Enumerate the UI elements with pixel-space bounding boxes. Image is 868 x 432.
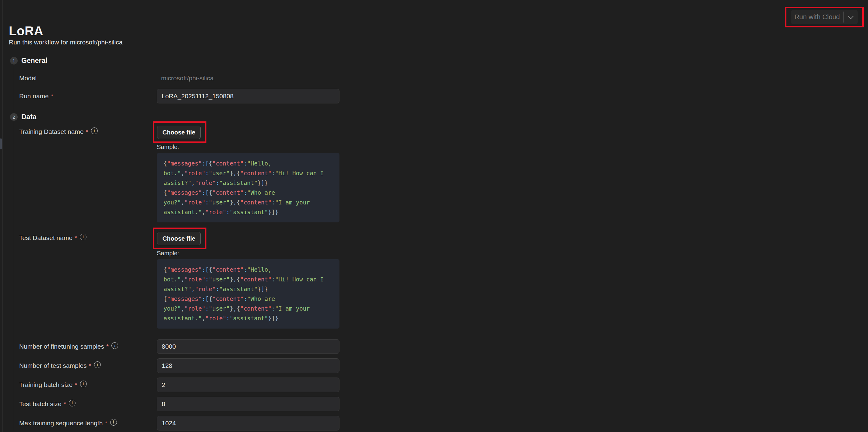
max-training-sequence-length-input[interactable] xyxy=(157,416,339,430)
required-marker: * xyxy=(106,343,109,350)
max-training-sequence-length-label: Max training sequence length*i xyxy=(19,420,157,427)
model-value: microsoft/phi-silica xyxy=(157,74,339,82)
test-samples-label: Number of test samples*i xyxy=(19,362,157,369)
run-name-input[interactable] xyxy=(157,89,339,103)
info-icon[interactable]: i xyxy=(80,234,87,240)
required-marker: * xyxy=(64,400,66,407)
training-batch-size-label: Training batch size*i xyxy=(19,381,157,389)
info-icon[interactable]: i xyxy=(94,361,101,368)
required-marker: * xyxy=(51,93,53,99)
step-badge-2: 2 xyxy=(10,113,18,121)
page-title: LoRA xyxy=(9,24,43,38)
training-choose-file-button[interactable]: Choose file xyxy=(157,126,200,139)
stepper-connector-line xyxy=(14,122,14,431)
page-subtitle: Run this workflow for microsoft/phi-sili… xyxy=(9,39,122,46)
required-marker: * xyxy=(74,381,77,388)
info-icon[interactable]: i xyxy=(112,342,118,349)
training-dataset-control: Choose file Sample: {"messages":[{"conte… xyxy=(157,122,339,222)
annotation-box-training-choose-file: Choose file xyxy=(153,122,207,143)
info-icon[interactable]: i xyxy=(110,419,117,426)
training-sample-code-block: {"messages":[{"content":"Hello,bot.","ro… xyxy=(157,153,339,222)
model-label: Model xyxy=(19,74,157,82)
finetuning-samples-row: Number of finetuning samples*i xyxy=(19,339,351,354)
panel-edge-divider xyxy=(2,0,3,432)
test-batch-size-input[interactable] xyxy=(157,397,339,411)
test-batch-size-label: Test batch size*i xyxy=(19,400,157,408)
stepper-connector-line xyxy=(14,66,14,113)
data-parameters: Number of finetuning samples*i Number of… xyxy=(10,339,351,430)
required-marker: * xyxy=(86,128,88,135)
training-dataset-label: Training Dataset name*i xyxy=(19,122,157,135)
section-title-data: Data xyxy=(21,113,36,121)
training-dataset-row: Training Dataset name*i Choose file Samp… xyxy=(19,122,351,222)
test-dataset-control: Choose file Sample: {"messages":[{"conte… xyxy=(157,228,339,329)
test-sample-label: Sample: xyxy=(157,250,339,257)
section-data: 2 Data Training Dataset name*i Choose fi… xyxy=(10,113,351,432)
run-options-dropdown-button[interactable] xyxy=(844,10,858,24)
info-icon[interactable]: i xyxy=(69,400,75,406)
section-general: 1 General Model microsoft/phi-silica Run… xyxy=(10,57,351,103)
test-samples-row: Number of test samples*i xyxy=(19,358,351,373)
test-samples-input[interactable] xyxy=(157,358,339,373)
run-with-cloud-split-button[interactable]: Run with Cloud xyxy=(791,10,858,24)
info-icon[interactable]: i xyxy=(91,128,98,134)
run-with-cloud-button[interactable]: Run with Cloud xyxy=(791,10,843,24)
finetuning-samples-label: Number of finetuning samples*i xyxy=(19,343,157,350)
required-marker: * xyxy=(105,420,107,427)
chevron-down-icon xyxy=(848,13,854,19)
annotation-box-run-with-cloud: Run with Cloud xyxy=(785,7,864,27)
test-dataset-row: Test Dataset name*i Choose file Sample: … xyxy=(19,228,351,329)
test-dataset-label: Test Dataset name*i xyxy=(19,228,157,241)
run-name-label: Run name* xyxy=(19,93,157,100)
finetuning-samples-input[interactable] xyxy=(157,339,339,354)
required-marker: * xyxy=(74,234,77,241)
training-sample-label: Sample: xyxy=(157,143,339,151)
training-batch-size-input[interactable] xyxy=(157,377,339,392)
test-choose-file-button[interactable]: Choose file xyxy=(157,232,200,245)
test-batch-size-row: Test batch size*i xyxy=(19,397,351,411)
left-scrollbar-thumb[interactable] xyxy=(0,138,2,149)
info-icon[interactable]: i xyxy=(80,380,87,387)
section-title-general: General xyxy=(21,57,48,65)
annotation-box-test-choose-file: Choose file xyxy=(153,228,207,249)
run-name-row: Run name* xyxy=(19,89,351,103)
test-sample-code-block: {"messages":[{"content":"Hello,bot.","ro… xyxy=(157,259,339,329)
required-marker: * xyxy=(89,362,91,369)
training-batch-size-row: Training batch size*i xyxy=(19,377,351,392)
model-row: Model microsoft/phi-silica xyxy=(19,71,351,85)
max-training-sequence-length-row: Max training sequence length*i xyxy=(19,416,351,430)
step-badge-1: 1 xyxy=(10,57,18,65)
